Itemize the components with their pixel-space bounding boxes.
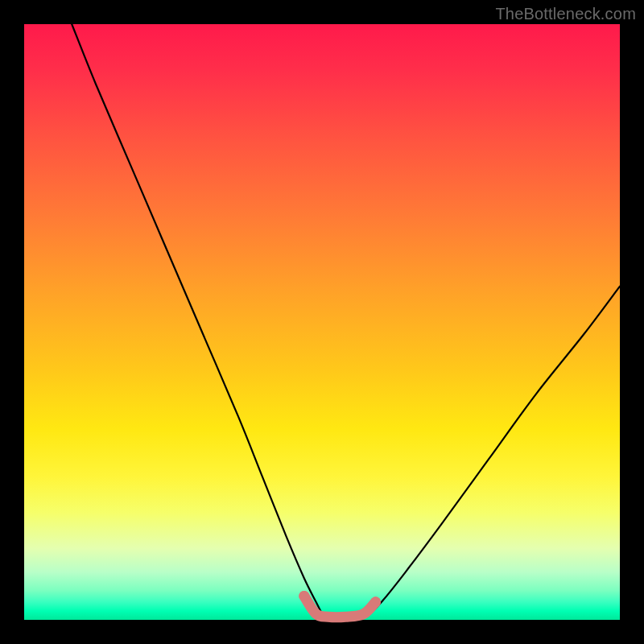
- watermark-text: TheBottleneck.com: [495, 5, 636, 23]
- valley-dot-left: [299, 591, 309, 601]
- valley-dot-right: [370, 597, 381, 607]
- chart-svg: [24, 24, 620, 620]
- bottleneck-curve-left: [72, 24, 322, 614]
- bottleneck-curve-right: [369, 287, 620, 614]
- chart-frame: TheBottleneck.com: [0, 0, 644, 644]
